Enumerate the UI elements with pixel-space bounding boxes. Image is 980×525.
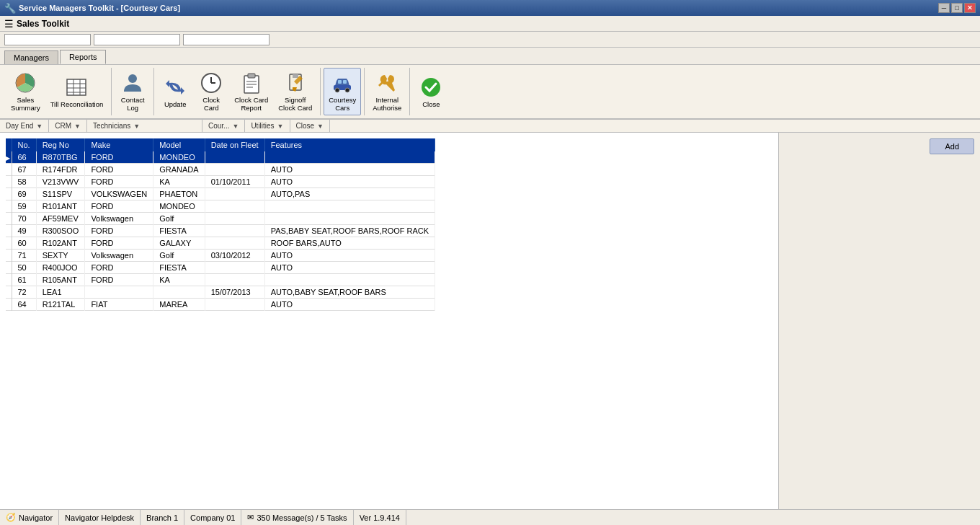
search-input-3[interactable] (183, 34, 270, 45)
till-reconciliation-button[interactable]: Till Reconciliation (45, 68, 109, 115)
window-close-button[interactable]: ✕ (964, 3, 976, 13)
col-reg-no: Reg No (36, 138, 85, 151)
close-group-arrow: ▼ (317, 123, 324, 130)
cell-no: 64 (12, 299, 36, 311)
table-row[interactable]: 60R102ANTFORDGALAXYROOF BARS,AUTO (6, 237, 435, 250)
cell-make: FORD (85, 274, 153, 286)
technicians-arrow: ▼ (133, 123, 140, 130)
close-label: Close (422, 100, 440, 108)
tools-icon (375, 71, 398, 94)
technicians-label: Technicians ▼ (87, 120, 202, 132)
update-button[interactable]: Update (157, 68, 193, 115)
contact-log-button[interactable]: ContactLog (115, 68, 151, 115)
svg-rect-22 (343, 80, 347, 84)
cell-reg_no: AF59MEV (36, 213, 85, 225)
main-content: No. Reg No Make Model Date on Fleet Feat… (0, 133, 980, 519)
cell-features: AUTO (264, 250, 435, 262)
cell-model: MONDEO (153, 151, 205, 164)
internal-authorise-label: InternalAuthorise (373, 96, 401, 112)
internal-authorise-button[interactable]: InternalAuthorise (368, 68, 406, 115)
cell-reg_no: R102ANT (36, 237, 85, 250)
tab-reports[interactable]: Reports (60, 50, 107, 64)
cell-no: 59 (12, 200, 36, 213)
cell-reg_no: R105ANT (36, 274, 85, 286)
cell-features: AUTO (264, 176, 435, 188)
table-row[interactable]: 71SEXTYVolkswagenGolf03/10/2012AUTO (6, 250, 435, 262)
table-row[interactable]: 61R105ANTFORDKA (6, 274, 435, 286)
utilities-label: Utilities ▼ (245, 120, 290, 132)
table-row[interactable]: 69S11SPVVOLKSWAGENPHAETONAUTO,PAS (6, 188, 435, 200)
close-button[interactable]: Close (413, 72, 449, 112)
table-row[interactable]: 58V213VWVFORDKA01/10/2011AUTO (6, 176, 435, 188)
app-icon: 🔧 (4, 3, 16, 14)
restore-button[interactable]: □ (951, 3, 963, 13)
clock-card-button[interactable]: ClockCard (193, 68, 229, 115)
cell-features (264, 213, 435, 225)
minimize-button[interactable]: ─ (938, 3, 950, 13)
clock-card-report-button[interactable]: Clock CardReport (229, 68, 273, 115)
courtesy-cars-button[interactable]: CourtesyCars (324, 68, 361, 115)
cell-features: ROOF BARS,AUTO (264, 237, 435, 250)
col-features: Features (264, 138, 435, 151)
cell-no: 72 (12, 286, 36, 299)
signoff-clock-card-button[interactable]: SignoffClock Card (273, 68, 317, 115)
tab-managers[interactable]: Managers (4, 50, 58, 64)
cell-make: VOLKSWAGEN (85, 188, 153, 200)
group-labels-bar: Day End ▼ CRM ▼ Technicians ▼ Cour... ▼ … (0, 120, 980, 133)
col-indicator (6, 138, 12, 151)
row-indicator (6, 286, 12, 299)
cell-model: Golf (153, 213, 205, 225)
cell-make: Volkswagen (85, 213, 153, 225)
table-row[interactable]: 72LEA115/07/2013AUTO,BABY SEAT,ROOF BARS (6, 286, 435, 299)
cell-features (264, 274, 435, 286)
cell-make: FORD (85, 164, 153, 176)
cell-reg_no: S11SPV (36, 188, 85, 200)
table-row[interactable]: 59R101ANTFORDMONDEO (6, 200, 435, 213)
company-segment: Company 01 (184, 510, 241, 525)
cell-no: 61 (12, 274, 36, 286)
signoff-clock-card-label: SignoffClock Card (278, 96, 312, 112)
toolbar-group-close: Close (413, 72, 452, 112)
person-icon (121, 71, 144, 94)
cell-model: GALAXY (153, 237, 205, 250)
add-button[interactable]: Add (930, 138, 974, 154)
table-body: ▶66R870TBGFORDMONDEO67R174FDRFORDGRANADA… (6, 151, 435, 311)
cell-reg_no: LEA1 (36, 286, 85, 299)
cell-reg_no: R300SOO (36, 225, 85, 237)
cell-date_on_fleet (205, 151, 264, 164)
cell-reg_no: SEXTY (36, 250, 85, 262)
toolbar-group-day-end: SalesSummary Till Reconciliation (6, 68, 112, 115)
sales-summary-button[interactable]: SalesSummary (6, 68, 45, 115)
toolbar: SalesSummary Till Reconciliation (0, 65, 980, 120)
svg-rect-17 (293, 74, 298, 78)
company-label: Company 01 (190, 513, 235, 522)
cell-make: FIAT (85, 299, 153, 311)
col-no: No. (12, 138, 36, 151)
version-label: Ver 1.9.414 (360, 513, 400, 522)
table-row[interactable]: 50R400JOOFORDFIESTAAUTO (6, 262, 435, 274)
svg-point-23 (422, 78, 440, 97)
cell-model: GRANADA (153, 164, 205, 176)
table-header-row: No. Reg No Make Model Date on Fleet Feat… (6, 138, 435, 151)
cell-model: Golf (153, 250, 205, 262)
navigator-label: Navigator (19, 513, 53, 522)
table-row[interactable]: 64R121TALFIATMAREAAUTO (6, 299, 435, 311)
svg-rect-12 (248, 74, 255, 78)
courtesy-cars-table: No. Reg No Make Model Date on Fleet Feat… (6, 138, 435, 311)
table-row[interactable]: 67R174FDRFORDGRANADAAUTO (6, 164, 435, 176)
messages-label: 350 Message(s) / 5 Tasks (257, 513, 347, 522)
cell-model: FIESTA (153, 225, 205, 237)
search-bar (0, 32, 980, 48)
svg-rect-1 (67, 79, 86, 95)
table-row[interactable]: ▶66R870TBGFORDMONDEO (6, 151, 435, 164)
search-input-1[interactable] (4, 34, 91, 45)
arrows-icon (164, 76, 187, 99)
cell-model (153, 286, 205, 299)
clock-card-report-label: Clock CardReport (234, 96, 268, 112)
table-row[interactable]: 70AF59MEVVolkswagenGolf (6, 213, 435, 225)
search-input-2[interactable] (94, 34, 180, 45)
cell-date_on_fleet (205, 200, 264, 213)
utilities-arrow: ▼ (277, 123, 284, 130)
car-icon (331, 71, 354, 94)
table-row[interactable]: 49R300SOOFORDFIESTAPAS,BABY SEAT,ROOF BA… (6, 225, 435, 237)
